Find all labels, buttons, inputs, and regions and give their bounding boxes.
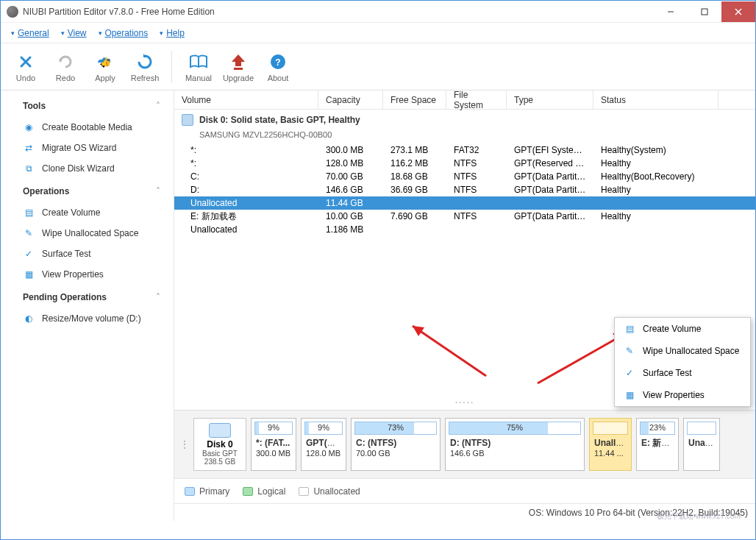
table-row[interactable]: Unallocated11.44 GB: [174, 196, 755, 210]
disk-header[interactable]: Disk 0: Solid state, Basic GPT, Healthy: [174, 110, 755, 130]
upgrade-icon: [228, 51, 249, 72]
window-controls: [654, 1, 755, 22]
partition-box[interactable]: 23%E: 新加...: [636, 418, 679, 471]
app-icon: [7, 6, 18, 18]
legend-logical: Logical: [243, 486, 285, 497]
chevron-up-icon: ˄: [156, 101, 160, 111]
context-menu-view-properties[interactable]: ▦View Properties: [615, 384, 750, 406]
create-volume-icon: ▤: [624, 323, 635, 335]
about-icon: ?: [268, 51, 288, 72]
content-panel: Volume Capacity Free Space File System T…: [174, 90, 755, 521]
menu-bar: ▾General ▾View ▾Operations ▾Help: [1, 23, 755, 43]
disk-model: SAMSUNG MZVL2256HCHQ-00B00: [174, 130, 755, 143]
svg-rect-1: [702, 9, 707, 15]
col-file-system[interactable]: File System: [446, 90, 507, 109]
table-row[interactable]: C:70.00 GB18.68 GBNTFSGPT(Data Partiti..…: [174, 170, 755, 183]
menu-help[interactable]: ▾Help: [160, 28, 185, 38]
col-status[interactable]: Status: [593, 90, 718, 109]
partition-box[interactable]: 75%D: (NTFS)146.6 GB: [445, 418, 585, 471]
title-bar: NIUBI Partition Editor v7.8.0 - Free Hom…: [1, 1, 755, 23]
partition-box-unallocated[interactable]: Unalloc...11.44 ...: [589, 418, 632, 471]
legend: Primary Logical Unallocated: [174, 478, 755, 503]
sidebar-item-surface-test[interactable]: ✓Surface Test: [1, 244, 174, 264]
menu-view[interactable]: ▾View: [61, 28, 87, 38]
annotation-arrow-1: [398, 317, 501, 386]
clone-icon: ⧉: [23, 163, 35, 174]
watermark: 极光下载站 www.xz7.com: [657, 511, 741, 522]
redo-button[interactable]: Redo: [49, 51, 82, 82]
table-row[interactable]: E: 新加载卷10.00 GB7.690 GBNTFSGPT(Data Part…: [174, 210, 755, 223]
apply-button[interactable]: 👍 Apply: [89, 51, 121, 82]
grid-header: Volume Capacity Free Space File System T…: [174, 90, 755, 110]
close-button[interactable]: [721, 1, 755, 22]
refresh-button[interactable]: Refresh: [129, 51, 161, 82]
undo-button[interactable]: Undo: [10, 51, 42, 82]
disk-summary-box[interactable]: Disk 0 Basic GPT 238.5 GB: [193, 418, 246, 471]
table-row[interactable]: D:146.6 GB36.69 GBNTFSGPT(Data Partiti..…: [174, 183, 755, 196]
context-menu-surface-test[interactable]: ✓Surface Test: [615, 362, 750, 384]
chevron-down-icon: ▾: [61, 29, 65, 37]
sidebar-item-create-bootable-media[interactable]: ◉Create Bootable Media: [1, 117, 174, 138]
disc-icon: ◉: [23, 121, 35, 133]
toolbar: Undo Redo 👍 Apply Refresh Manual Upgrade…: [1, 43, 755, 90]
sidebar-item-pending-resize[interactable]: ◐Resize/Move volume (D:): [1, 308, 174, 329]
wipe-icon: ✎: [624, 345, 635, 357]
disk-icon: [182, 114, 193, 126]
partition-box[interactable]: 9%*: (FAT...300.0 MB: [251, 418, 296, 471]
sidebar-operations-header[interactable]: Operations ˄: [1, 179, 174, 202]
partition-box[interactable]: 73%C: (NTFS)70.00 GB: [351, 418, 441, 471]
minimize-button[interactable]: [654, 1, 688, 22]
legend-unallocated: Unallocated: [299, 486, 360, 497]
col-volume[interactable]: Volume: [174, 90, 318, 109]
sidebar-item-migrate-os-wizard[interactable]: ⇄Migrate OS Wizard: [1, 138, 174, 158]
chevron-down-icon: ▾: [160, 29, 163, 37]
sidebar-item-view-properties[interactable]: ▦View Properties: [1, 264, 174, 285]
disk-map: ⋮ Disk 0 Basic GPT 238.5 GB 9%*: (FAT...…: [174, 410, 755, 478]
partition-box[interactable]: Unalloc...: [683, 418, 720, 471]
svg-marker-7: [232, 54, 245, 66]
about-button[interactable]: ? About: [262, 51, 294, 82]
sidebar-pending-header[interactable]: Pending Operations ˄: [1, 285, 174, 308]
chevron-up-icon: ˄: [156, 292, 160, 302]
table-row[interactable]: Unallocated1.186 MB: [174, 223, 755, 236]
upgrade-button[interactable]: Upgrade: [222, 51, 254, 82]
context-menu-create-volume[interactable]: ▤Create Volume: [615, 318, 750, 340]
col-type[interactable]: Type: [507, 90, 593, 109]
redo-icon: [55, 51, 76, 72]
table-row[interactable]: *:300.0 MB273.1 MBFAT32GPT(EFI System ..…: [174, 143, 755, 157]
svg-text:?: ?: [275, 57, 280, 68]
partition-box[interactable]: 9%GPT(Re...128.0 MB: [301, 418, 346, 471]
surface-test-icon: ✓: [624, 367, 635, 379]
chevron-down-icon: ▾: [11, 29, 15, 37]
menu-operations[interactable]: ▾Operations: [99, 28, 149, 38]
drag-handle-icon[interactable]: ⋮: [180, 439, 189, 450]
surface-test-icon: ✓: [23, 248, 35, 260]
svg-rect-8: [234, 68, 243, 70]
col-free-space[interactable]: Free Space: [383, 90, 446, 109]
properties-icon: ▦: [23, 269, 35, 280]
sidebar-tools-header[interactable]: Tools ˄: [1, 93, 174, 117]
create-volume-icon: ▤: [23, 207, 35, 219]
migrate-icon: ⇄: [23, 142, 35, 154]
sidebar-item-create-volume[interactable]: ▤Create Volume: [1, 202, 174, 223]
undo-icon: [15, 51, 36, 72]
refresh-icon: [135, 51, 155, 72]
col-capacity[interactable]: Capacity: [318, 90, 383, 109]
sidebar: Tools ˄ ◉Create Bootable Media ⇄Migrate …: [1, 90, 174, 521]
window-title: NIUBI Partition Editor v7.8.0 - Free Hom…: [23, 7, 215, 17]
maximize-button[interactable]: [688, 1, 721, 22]
legend-primary: Primary: [185, 486, 229, 497]
chevron-down-icon: ▾: [99, 29, 102, 37]
sidebar-item-wipe-unallocated[interactable]: ✎Wipe Unallocated Space: [1, 223, 174, 244]
menu-general[interactable]: ▾General: [11, 28, 49, 38]
sidebar-item-clone-disk-wizard[interactable]: ⧉Clone Disk Wizard: [1, 158, 174, 179]
properties-icon: ▦: [624, 389, 635, 401]
table-row[interactable]: *:128.0 MB116.2 MBNTFSGPT(Reserved P...H…: [174, 157, 755, 170]
context-menu: ▤Create Volume ✎Wipe Unallocated Space ✓…: [614, 317, 751, 407]
manual-button[interactable]: Manual: [182, 51, 215, 82]
apply-icon: 👍: [95, 51, 115, 72]
context-menu-wipe-unallocated[interactable]: ✎Wipe Unallocated Space: [615, 340, 750, 362]
manual-icon: [188, 51, 209, 72]
drive-icon: [209, 423, 231, 438]
svg-marker-12: [413, 326, 424, 336]
